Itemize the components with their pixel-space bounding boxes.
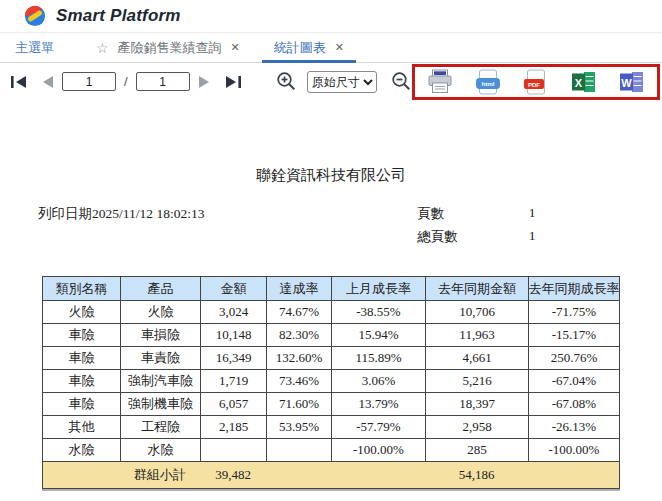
summary-amount-total: 39,482	[200, 462, 266, 488]
report-toolbar: / 原始尺寸	[0, 63, 662, 100]
cell	[43, 462, 120, 488]
cell: 強制汽車險	[120, 369, 200, 392]
cell: -67.04%	[528, 369, 619, 392]
cell: 5,216	[425, 369, 528, 392]
cell	[331, 462, 425, 488]
cell: 水險	[43, 438, 120, 461]
app-header: Smart Platform	[0, 0, 662, 33]
cell: 水險	[120, 438, 200, 461]
total-pages-value: 1	[520, 228, 544, 244]
export-button-group: html PDF X	[412, 64, 660, 100]
cell: 工程險	[120, 415, 200, 438]
zoom-in-icon[interactable]	[276, 71, 297, 92]
tab-bar: 主選單 ☆ 產險銷售業績查詢 ✕ 統計圖表 ✕	[0, 33, 662, 63]
export-pdf-button[interactable]: PDF	[523, 69, 549, 95]
report-viewer: 聯銓資訊科技有限公司 列印日期2025/11/12 18:02:13 頁數 1 …	[0, 100, 662, 501]
cell: 16,349	[200, 346, 266, 369]
cell	[266, 438, 331, 461]
cell: 18,397	[425, 392, 528, 415]
cell: 6,057	[200, 392, 266, 415]
cell: -100.00%	[331, 438, 425, 461]
cell	[266, 462, 331, 488]
table-row: 水險 水險 -100.00% 285 -100.00%	[43, 438, 619, 461]
column-header: 金額	[200, 277, 266, 300]
page-count-label: 頁數	[417, 205, 444, 223]
first-page-button[interactable]	[10, 72, 27, 92]
pdf-badge-label: PDF	[528, 81, 540, 87]
cell: 車責險	[120, 346, 200, 369]
cell: 車險	[43, 323, 120, 346]
cell: 車險	[43, 346, 120, 369]
cell: 車險	[43, 369, 120, 392]
cell: 53.95%	[266, 415, 331, 438]
column-header: 產品	[120, 277, 200, 300]
table-row: 火險 火險 3,024 74.67% -38.55% 10,706 -71.75…	[43, 300, 619, 323]
cell: 285	[425, 438, 528, 461]
cell: 火險	[120, 300, 200, 323]
table-row: 車險 強制汽車險 1,719 73.46% 3.06% 5,216 -67.04…	[43, 369, 619, 392]
cell: 3,024	[200, 300, 266, 323]
cell: 車損險	[120, 323, 200, 346]
statistics-table: 類別名稱 產品 金額 達成率 上月成長率 去年同期金額 去年同期成長率 火險 火…	[42, 276, 620, 489]
word-badge-label: W	[621, 76, 632, 88]
cell: 1,719	[200, 369, 266, 392]
column-header: 去年同期成長率	[528, 277, 619, 300]
zoom-level-select[interactable]: 原始尺寸	[307, 71, 377, 93]
tab-statistics-chart[interactable]: 統計圖表 ✕	[274, 33, 344, 62]
next-page-button[interactable]	[198, 72, 211, 92]
html-badge-label: html	[481, 80, 494, 87]
main-menu-button[interactable]: 主選單	[15, 39, 54, 57]
close-icon[interactable]: ✕	[335, 41, 344, 54]
tab-insurance-sales-query[interactable]: ☆ 產險銷售業績查詢 ✕	[96, 33, 240, 62]
page-count-value: 1	[520, 205, 544, 221]
table-row: 車險 車責險 16,349 132.60% 115.89% 4,661 250.…	[43, 346, 619, 369]
cell: 82.30%	[266, 323, 331, 346]
total-pages-input[interactable]	[136, 72, 190, 91]
summary-label: 群組小計	[120, 462, 200, 488]
export-word-button[interactable]: W	[619, 69, 645, 95]
last-page-button[interactable]	[225, 72, 242, 92]
star-icon[interactable]: ☆	[96, 40, 109, 56]
table-row: 車險 強制機車險 6,057 71.60% 13.79% 18,397 -67.…	[43, 392, 619, 415]
cell: 2,185	[200, 415, 266, 438]
cell: 250.76%	[528, 346, 619, 369]
cell: 11,963	[425, 323, 528, 346]
cell: -15.17%	[528, 323, 619, 346]
table-row: 其他 工程險 2,185 53.95% -57.79% 2,958 -26.13…	[43, 415, 619, 438]
report-company-title: 聯銓資訊科技有限公司	[42, 166, 620, 185]
cell: 4,661	[425, 346, 528, 369]
app-title: Smart Platform	[56, 6, 181, 26]
column-header: 上月成長率	[331, 277, 425, 300]
print-button[interactable]	[427, 69, 453, 94]
cell: 71.60%	[266, 392, 331, 415]
smart-platform-logo-icon	[24, 5, 46, 27]
column-header: 類別名稱	[43, 277, 120, 300]
cell: 2,958	[425, 415, 528, 438]
cell: 3.06%	[331, 369, 425, 392]
current-page-input[interactable]	[62, 72, 116, 91]
table-row: 車險 車損險 10,148 82.30% 15.94% 11,963 -15.1…	[43, 323, 619, 346]
cell: -71.75%	[528, 300, 619, 323]
cell: 10,148	[200, 323, 266, 346]
column-header: 去年同期金額	[425, 277, 528, 300]
cell: -26.13%	[528, 415, 619, 438]
cell: 13.79%	[331, 392, 425, 415]
export-html-button[interactable]: html	[475, 69, 501, 95]
cell: 10,706	[425, 300, 528, 323]
column-header: 達成率	[266, 277, 331, 300]
excel-badge-label: X	[574, 76, 582, 88]
cell: 73.46%	[266, 369, 331, 392]
tab-label: 統計圖表	[274, 39, 326, 57]
previous-page-button[interactable]	[41, 72, 54, 92]
cell: 115.89%	[331, 346, 425, 369]
close-icon[interactable]: ✕	[231, 41, 240, 54]
export-excel-button[interactable]: X	[571, 69, 597, 95]
cell: 15.94%	[331, 323, 425, 346]
cell: 車險	[43, 392, 120, 415]
cell: -67.08%	[528, 392, 619, 415]
table-header-row: 類別名稱 產品 金額 達成率 上月成長率 去年同期金額 去年同期成長率	[43, 277, 619, 300]
zoom-out-icon[interactable]	[391, 71, 412, 92]
page-separator: /	[124, 74, 128, 89]
cell: 其他	[43, 415, 120, 438]
total-pages-label: 總頁數	[417, 228, 458, 246]
